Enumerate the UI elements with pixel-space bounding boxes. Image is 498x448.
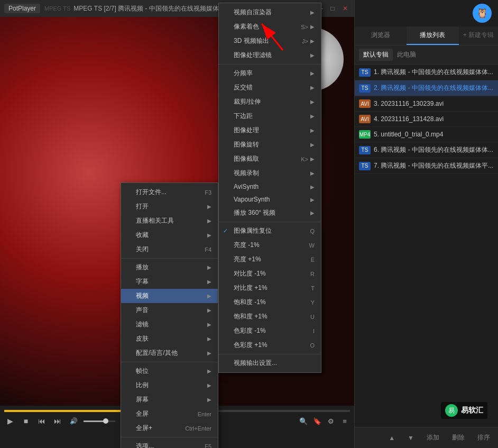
menu-shortcut: T (311, 285, 315, 291)
menu-item-label: 视频输出设置... (234, 359, 277, 368)
stop-button[interactable]: ■ (20, 415, 32, 427)
submenu-arrow-icon: ▶ (207, 218, 211, 224)
new-album-button[interactable]: + 新建专辑 (459, 26, 498, 45)
menu-item[interactable]: 图像处理滤镜▶ (219, 48, 321, 62)
menu-item-label: 色彩度 -1% (234, 326, 266, 335)
volume-slider[interactable] (84, 420, 115, 422)
menu-item-label: 视频录制 (234, 169, 259, 178)
menu-item[interactable]: 全屏Enter (121, 407, 218, 421)
menu-item[interactable]: 色彩度 +1%O (219, 338, 321, 352)
menu-item[interactable]: 视频录制▶ (219, 166, 321, 180)
list-item[interactable]: TS2. 腾讯视频 - 中国领先的在线视频媒体体... (355, 80, 498, 96)
right-controls: 🔍 🔖 ⚙ ≡ (298, 416, 350, 426)
menu-item[interactable]: 声音▶ (121, 303, 218, 317)
menu-separator (219, 222, 321, 222)
menu-item[interactable]: 帧位▶ (121, 364, 218, 378)
delete-button[interactable]: 删除 (448, 432, 469, 444)
submenu-arrow-icon: ▶ (207, 232, 211, 238)
menu-item[interactable]: 3D 视频输出J>▶ (219, 34, 321, 48)
submenu-arrow-icon: ▶ (207, 397, 211, 403)
list-item[interactable]: AVI4. 20231116_131428.avi (355, 112, 498, 127)
menu-item-label: VapourSynth (234, 196, 270, 203)
menu-item[interactable]: 全屏+Ctrl+Enter (121, 421, 218, 435)
menu-item[interactable]: 播放 360° 视频▶ (219, 206, 321, 220)
nav-down-button[interactable]: ▼ (403, 433, 418, 443)
menu-item[interactable]: 图像处理▶ (219, 123, 321, 138)
sort-button[interactable]: 排序 (473, 432, 494, 444)
play-button[interactable]: ▶ (4, 415, 16, 427)
sub-tab-computer[interactable]: 此电脑 (393, 49, 420, 61)
add-button[interactable]: 添加 (422, 432, 444, 444)
menu-item[interactable]: 播放▶ (121, 260, 218, 275)
menu-item[interactable]: 图像旋转▶ (219, 138, 321, 152)
next-button[interactable]: ⏭ (52, 415, 63, 427)
menu-item[interactable]: VapourSynth▶ (219, 193, 321, 206)
menu-item[interactable]: 图像截取K>▶ (219, 152, 321, 166)
list-item[interactable]: MP45. untitled_0_trial_0.mp4 (355, 127, 498, 142)
menu-item[interactable]: 收藏▶ (121, 228, 218, 242)
menu-item[interactable]: 打开文件...F3 (121, 185, 218, 199)
menu-item[interactable]: 饱和度 -1%Y (219, 295, 321, 309)
menu-item[interactable]: 对比度 +1%T (219, 281, 321, 295)
menu-item[interactable]: 饱和度 +1%U (219, 309, 321, 324)
volume-thumb[interactable] (103, 418, 108, 424)
menu-item-label: 亮度 -1% (234, 241, 260, 250)
menu-item[interactable]: 反交错▶ (219, 80, 321, 95)
submenu-arrow-icon: ▶ (310, 210, 315, 216)
list-item[interactable]: TS7. 腾讯视频 - 中国领先的在线视频媒体平... (355, 158, 498, 174)
tab-browser[interactable]: 浏览器 (355, 26, 407, 45)
menu-item[interactable]: 字幕▶ (121, 275, 218, 289)
menu-item[interactable]: 分频率▶ (219, 66, 321, 80)
menu-item[interactable]: 屏幕▶ (121, 392, 218, 407)
menu-item[interactable]: 关闭F4 (121, 242, 218, 257)
menu-item[interactable]: 皮肤▶ (121, 332, 218, 346)
menu-button[interactable]: ≡ (339, 416, 350, 426)
menu-item[interactable]: 视频▶ (121, 289, 218, 303)
menu-shortcut: F3 (205, 189, 211, 196)
menu-item[interactable]: 色彩度 -1%I (219, 324, 321, 338)
potplayer-brand[interactable]: PotPlayer (4, 4, 40, 13)
menu-item[interactable]: 下边距▶ (219, 109, 321, 123)
item-badge: TS (359, 68, 371, 77)
bookmark-button[interactable]: 🔖 (312, 416, 322, 426)
menu-shortcut: S> (301, 24, 308, 30)
list-item[interactable]: TS1. 腾讯视频 - 中国领先的在线视频媒体体... (355, 65, 498, 80)
menu-item[interactable]: 直播相关工具▶ (121, 214, 218, 228)
menu-item[interactable]: 滤镜▶ (121, 317, 218, 332)
menu-separator (219, 64, 321, 65)
menu-item[interactable]: 视频自渲染器▶ (219, 5, 321, 20)
menu-item[interactable]: 对比度 -1%R (219, 267, 321, 281)
menu-item[interactable]: 裁剪/拉伸▶ (219, 95, 321, 109)
menu-item[interactable]: 视频输出设置... (219, 356, 321, 370)
menu-item[interactable]: 亮度 +1%E (219, 252, 321, 267)
prev-button[interactable]: ⏮ (36, 415, 48, 427)
menu-item[interactable]: 像素着色S>▶ (219, 20, 321, 34)
menu-item-label: 视频自渲染器 (234, 8, 272, 17)
menu-item[interactable]: ✓图像属性复位Q (219, 224, 321, 238)
menu-item[interactable]: 配置/语言/其他▶ (121, 346, 218, 360)
settings-button[interactable]: ⚙ (326, 416, 336, 426)
menu-shortcut: Y (311, 299, 315, 306)
playlist-header: 默认专辑 此电脑 (355, 45, 498, 65)
menu-item[interactable]: 打开▶ (121, 199, 218, 214)
list-item[interactable]: TS6. 腾讯视频 - 中国领先的在线视频媒体体... (355, 142, 498, 158)
tab-playlist[interactable]: 播放列表 (407, 26, 458, 45)
menu-item-label: 收藏 (136, 231, 149, 240)
menu-item[interactable]: 选项...F5 (121, 439, 218, 448)
sub-tab-default[interactable]: 默认专辑 (359, 49, 393, 61)
submenu-arrow-icon: ▶ (310, 184, 315, 190)
menu-item[interactable]: 亮度 -1%W (219, 238, 321, 252)
item-badge: AVI (359, 99, 371, 108)
menu-item[interactable]: 比例▶ (121, 378, 218, 392)
nav-up-button[interactable]: ▲ (384, 433, 399, 443)
submenu-arrow-icon: ▶ (207, 368, 211, 374)
menu-item-label: 配置/语言/其他 (136, 349, 178, 358)
menu-item-label: 反交错 (234, 83, 253, 92)
list-item[interactable]: AVI3. 20231116_130239.avi (355, 96, 498, 112)
menu-item-label: 色彩度 +1% (234, 341, 268, 350)
maximize-button[interactable]: □ (328, 4, 337, 13)
search-button[interactable]: 🔍 (298, 416, 309, 426)
menu-item[interactable]: AviSynth▶ (219, 180, 321, 193)
menu-item-label: 打开 (136, 202, 149, 211)
close-button[interactable]: ✕ (340, 4, 350, 13)
